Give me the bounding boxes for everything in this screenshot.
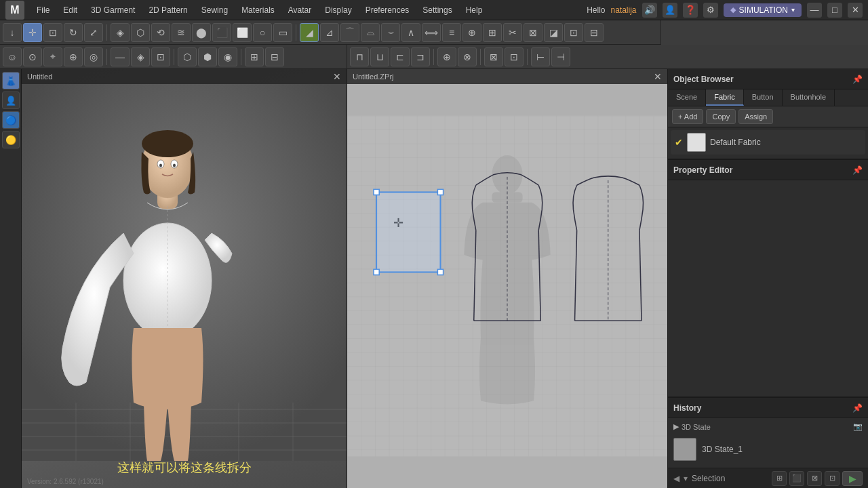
- tool-move-down[interactable]: ↓: [3, 23, 22, 42]
- copy-button[interactable]: Copy: [706, 109, 736, 124]
- tool-3d-2[interactable]: ⬡: [131, 23, 150, 42]
- history-section-arrow[interactable]: ▶: [673, 422, 679, 431]
- view-icon-2[interactable]: ⬛: [789, 471, 804, 486]
- tool-r2-4[interactable]: ⊕: [64, 47, 83, 66]
- tool-2d-9[interactable]: ⊕: [462, 23, 481, 42]
- viewport-3d[interactable]: Untitled ✕: [22, 69, 347, 488]
- viewport-3d-close[interactable]: ✕: [333, 71, 341, 82]
- close-icon[interactable]: ✕: [848, 3, 863, 18]
- tool-3d-8[interactable]: ○: [253, 23, 272, 42]
- tool-r2-10[interactable]: ⬢: [198, 47, 217, 66]
- view-icon-4[interactable]: ⊡: [825, 471, 840, 486]
- tool-2d-14[interactable]: ⊡: [564, 23, 583, 42]
- tool-2d-r2-10[interactable]: ⊣: [551, 47, 570, 66]
- prop-editor-pin-icon[interactable]: 📌: [852, 165, 863, 175]
- tool-r2-1[interactable]: ☺: [3, 47, 22, 66]
- fabric-item-default[interactable]: ✔ Default Fabric: [671, 130, 865, 155]
- history-item-0[interactable]: 3D State_1: [673, 435, 863, 464]
- tool-3d-6[interactable]: ⬛: [212, 23, 231, 42]
- speaker-icon[interactable]: 🔊: [642, 3, 657, 18]
- menu-avatar[interactable]: Avatar: [283, 3, 317, 17]
- tool-2d-8[interactable]: ≡: [442, 23, 461, 42]
- tool-r2-13[interactable]: ⊟: [265, 47, 284, 66]
- tool-2d-r2-7[interactable]: ⊠: [484, 47, 503, 66]
- tool-transform[interactable]: ⊡: [43, 23, 62, 42]
- add-button[interactable]: + Add: [672, 109, 703, 124]
- tab-fabric[interactable]: Fabric: [706, 89, 744, 106]
- assign-button[interactable]: Assign: [738, 109, 773, 124]
- tool-r2-12[interactable]: ⊞: [245, 47, 264, 66]
- tool-2d-11[interactable]: ✂: [503, 23, 522, 42]
- tool-2d-r2-6[interactable]: ⊗: [458, 47, 477, 66]
- tool-r2-3[interactable]: ⌖: [43, 47, 62, 66]
- tool-2d-r2-8[interactable]: ⊡: [505, 47, 524, 66]
- bottom-expand-icon[interactable]: ▾: [684, 474, 688, 483]
- tool-scale[interactable]: ⤢: [84, 23, 103, 42]
- history-pin-icon[interactable]: 📌: [852, 403, 863, 413]
- tool-2d-15[interactable]: ⊟: [585, 23, 604, 42]
- side-icon-2[interactable]: 👤: [2, 92, 20, 109]
- tool-2d-4[interactable]: ⌓: [361, 23, 380, 42]
- tool-2d-7[interactable]: ⟺: [422, 23, 441, 42]
- menu-sewing[interactable]: Sewing: [196, 3, 233, 17]
- menu-preferences[interactable]: Preferences: [360, 3, 415, 17]
- tool-3d-5[interactable]: ⬤: [192, 23, 211, 42]
- settings-icon[interactable]: ⚙: [703, 3, 718, 18]
- tool-3d-7[interactable]: ⬜: [233, 23, 252, 42]
- tool-select[interactable]: ✛: [23, 23, 42, 42]
- tool-3d-1[interactable]: ◈: [111, 23, 130, 42]
- tool-rotate[interactable]: ↻: [64, 23, 83, 42]
- menu-file[interactable]: File: [31, 3, 55, 17]
- tool-2d-10[interactable]: ⊞: [483, 23, 502, 42]
- tool-r2-6[interactable]: —: [111, 47, 130, 66]
- bottom-collapse-icon[interactable]: ◀: [673, 474, 679, 483]
- tool-2d-12[interactable]: ⊠: [524, 23, 542, 42]
- tool-2d-r2-1[interactable]: ⊓: [350, 47, 369, 66]
- viewport-2d[interactable]: Untitled.ZPrj ✕: [347, 69, 667, 488]
- menu-edit[interactable]: Edit: [58, 3, 83, 17]
- tab-scene[interactable]: Scene: [668, 89, 706, 106]
- side-icon-3[interactable]: 🔵: [2, 111, 20, 129]
- pattern-canvas[interactable]: ✛: [347, 84, 667, 488]
- tool-2d-2[interactable]: ⊿: [320, 23, 339, 42]
- minimize-icon[interactable]: —: [807, 3, 822, 18]
- tab-buttonhole[interactable]: Buttonhole: [783, 89, 835, 106]
- tool-2d-6[interactable]: ∧: [401, 23, 420, 42]
- tool-2d-1[interactable]: ◢: [300, 23, 319, 42]
- view-icon-1[interactable]: ⊞: [772, 471, 787, 486]
- tool-2d-r2-4[interactable]: ⊐: [411, 47, 430, 66]
- tool-r2-5[interactable]: ◎: [84, 47, 103, 66]
- tool-r2-11[interactable]: ◉: [218, 47, 237, 66]
- tool-r2-2[interactable]: ⊙: [23, 47, 42, 66]
- menu-2d-pattern[interactable]: 2D Pattern: [143, 3, 193, 17]
- model-3d-area[interactable]: [22, 84, 347, 488]
- side-icon-4[interactable]: 🟡: [2, 131, 20, 148]
- history-camera-icon[interactable]: 📷: [853, 422, 863, 431]
- tool-r2-7[interactable]: ◈: [131, 47, 150, 66]
- tool-3d-4[interactable]: ≋: [172, 23, 191, 42]
- tool-2d-r2-2[interactable]: ⊔: [370, 47, 389, 66]
- tool-2d-5[interactable]: ⌣: [381, 23, 400, 42]
- tool-2d-r2-3[interactable]: ⊏: [391, 47, 410, 66]
- tab-button[interactable]: Button: [744, 89, 783, 106]
- play-button[interactable]: ▶: [842, 471, 863, 486]
- viewport-2d-close[interactable]: ✕: [654, 71, 662, 82]
- menu-materials[interactable]: Materials: [236, 3, 280, 17]
- tool-r2-8[interactable]: ⊡: [151, 47, 170, 66]
- tool-2d-r2-5[interactable]: ⊕: [437, 47, 456, 66]
- pin-icon[interactable]: 📌: [852, 75, 863, 84]
- tool-2d-r2-9[interactable]: ⊢: [531, 47, 550, 66]
- menu-help[interactable]: Help: [460, 3, 488, 17]
- side-icon-1[interactable]: 👗: [2, 72, 20, 89]
- tool-r2-9[interactable]: ⬡: [178, 47, 197, 66]
- tool-3d-3[interactable]: ⟲: [151, 23, 170, 42]
- view-icon-3[interactable]: ⊠: [807, 471, 822, 486]
- menu-3d-garment[interactable]: 3D Garment: [85, 3, 140, 17]
- menu-settings[interactable]: Settings: [417, 3, 457, 17]
- maximize-icon[interactable]: □: [827, 3, 842, 18]
- menu-display[interactable]: Display: [319, 3, 357, 17]
- tool-2d-3[interactable]: ⌒: [340, 23, 359, 42]
- tool-2d-13[interactable]: ◪: [544, 23, 563, 42]
- help-icon[interactable]: ❓: [683, 3, 698, 18]
- tool-3d-9[interactable]: ▭: [273, 23, 292, 42]
